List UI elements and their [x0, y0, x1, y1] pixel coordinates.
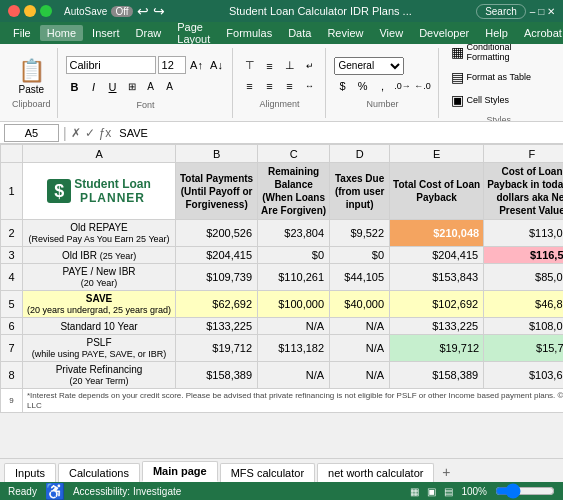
col-a-header[interactable]: A: [23, 145, 176, 163]
border-button[interactable]: ⊞: [123, 78, 141, 96]
row-save: 5 SAVE(20 years undergrad, 25 years grad…: [1, 291, 564, 318]
autosave-toggle[interactable]: Off: [111, 6, 132, 17]
title-bar: AutoSave Off ↩ ↪ Student Loan Calculator…: [0, 0, 563, 22]
align-left-button[interactable]: ≡: [241, 77, 259, 95]
italic-button[interactable]: I: [85, 78, 103, 96]
menu-developer[interactable]: Developer: [412, 25, 476, 41]
formula-icons: ✗ ✓ ƒx: [71, 126, 112, 140]
view-normal-icon[interactable]: ▦: [410, 486, 419, 497]
add-sheet-button[interactable]: +: [436, 462, 456, 482]
label-old-repaye: Old REPAYE(Revised Pay As You Earn 25 Ye…: [23, 220, 176, 247]
formula-confirm-icon[interactable]: ✓: [85, 126, 95, 140]
tab-mfs-calculator[interactable]: MFS calculator: [220, 463, 315, 482]
align-middle-button[interactable]: ≡: [261, 57, 279, 75]
tab-calculations[interactable]: Calculations: [58, 463, 140, 482]
autosave-label: AutoSave: [64, 6, 107, 17]
accessibility-status: Accessibility: Investigate: [73, 486, 181, 497]
name-box[interactable]: [4, 124, 59, 142]
maximize-btn[interactable]: [40, 5, 52, 17]
menu-home[interactable]: Home: [40, 25, 83, 41]
align-top-button[interactable]: ⊤: [241, 57, 259, 75]
bold-button[interactable]: B: [66, 78, 84, 96]
alignment-top-row: ⊤ ≡ ⊥ ↵: [241, 57, 319, 75]
zoom-slider[interactable]: [495, 483, 555, 499]
menu-draw[interactable]: Draw: [129, 25, 169, 41]
tab-inputs[interactable]: Inputs: [4, 463, 56, 482]
menu-file[interactable]: File: [6, 25, 38, 41]
menu-formulas[interactable]: Formulas: [219, 25, 279, 41]
font-size-decrease[interactable]: A↓: [208, 56, 226, 74]
format-as-table-button[interactable]: ▤ Format as Table: [447, 67, 551, 87]
cell-styles-button[interactable]: ▣ Cell Styles: [447, 90, 551, 110]
npv-old-ibr: $116,523: [484, 247, 563, 264]
tab-main-page[interactable]: Main page: [142, 461, 218, 482]
formula-bar: | ✗ ✓ ƒx SAVE: [0, 122, 563, 144]
remaining-balance-paye: $110,261: [258, 264, 330, 291]
fill-color-button[interactable]: A: [142, 78, 160, 96]
total-payments-pslf: $19,712: [176, 335, 258, 362]
dollar-format-button[interactable]: $: [334, 77, 352, 95]
close-btn[interactable]: [8, 5, 20, 17]
minimize-btn[interactable]: [24, 5, 36, 17]
cell-styles-label: Cell Styles: [467, 95, 510, 105]
total-cost-old-repaye: $210,048: [390, 220, 484, 247]
search-box[interactable]: Search: [476, 4, 526, 19]
font-label: Font: [66, 100, 226, 110]
col-f-header[interactable]: F: [484, 145, 563, 163]
undo-icon[interactable]: ↩: [137, 3, 149, 19]
menu-bar: File Home Insert Draw Page Layout Formul…: [0, 22, 563, 44]
tab-net-worth[interactable]: net worth calculator: [317, 463, 434, 482]
corner-header: [1, 145, 23, 163]
format-table-icon: ▤: [451, 69, 464, 85]
merge-button[interactable]: ↔: [301, 77, 319, 95]
font-size-input[interactable]: [158, 56, 186, 74]
view-page-break-icon[interactable]: ▤: [444, 486, 453, 497]
redo-icon[interactable]: ↪: [153, 3, 165, 19]
footnote-row: 9 *Interest Rate depends on your credit …: [1, 389, 564, 413]
menu-insert[interactable]: Insert: [85, 25, 127, 41]
underline-button[interactable]: U: [104, 78, 122, 96]
row-old-repaye: 2 Old REPAYE(Revised Pay As You Earn 25 …: [1, 220, 564, 247]
col-d-header[interactable]: D: [330, 145, 390, 163]
decimal-decrease-button[interactable]: ←.0: [414, 77, 432, 95]
cell-styles-icon: ▣: [451, 92, 464, 108]
align-right-button[interactable]: ≡: [281, 77, 299, 95]
decimal-increase-button[interactable]: .0→: [394, 77, 412, 95]
menu-page-layout[interactable]: Page Layout: [170, 19, 217, 47]
total-cost-private: $158,389: [390, 362, 484, 389]
col-e-header[interactable]: E: [390, 145, 484, 163]
formula-insert-icon[interactable]: ƒx: [99, 126, 112, 140]
header-col-b: Total Payments(Until Payoff orForgivenes…: [176, 163, 258, 220]
total-cost-save: $102,692: [390, 291, 484, 318]
menu-data[interactable]: Data: [281, 25, 318, 41]
font-color-button[interactable]: A: [161, 78, 179, 96]
col-c-header[interactable]: C: [258, 145, 330, 163]
row-9-header: 9: [1, 389, 23, 413]
formula-cancel-icon[interactable]: ✗: [71, 126, 81, 140]
align-center-button[interactable]: ≡: [261, 77, 279, 95]
menu-view[interactable]: View: [372, 25, 410, 41]
footnote-cell: *Interest Rate depends on your credit sc…: [23, 389, 564, 413]
menu-review[interactable]: Review: [320, 25, 370, 41]
status-icon[interactable]: ♿: [45, 482, 65, 501]
font-name-input[interactable]: [66, 56, 156, 74]
view-layout-icon[interactable]: ▣: [427, 486, 436, 497]
wrap-text-button[interactable]: ↵: [301, 57, 319, 75]
col-b-header[interactable]: B: [176, 145, 258, 163]
label-save: SAVE(20 years undergrad, 25 years grad): [23, 291, 176, 318]
percent-format-button[interactable]: %: [354, 77, 372, 95]
total-payments-standard: $133,225: [176, 318, 258, 335]
taxes-due-old-ibr: $0: [330, 247, 390, 264]
conditional-formatting-button[interactable]: ▦ Conditional Formatting: [447, 44, 551, 64]
paste-button[interactable]: 📋 Paste: [14, 56, 49, 97]
menu-help[interactable]: Help: [478, 25, 515, 41]
logo-cell: $ Student Loan PLANNER: [23, 163, 176, 220]
number-format-select[interactable]: General Number Currency: [334, 57, 404, 75]
column-header-row: A B C D E F G: [1, 145, 564, 163]
total-payments-paye: $109,739: [176, 264, 258, 291]
align-bottom-button[interactable]: ⊥: [281, 57, 299, 75]
remaining-balance-pslf: $113,182: [258, 335, 330, 362]
menu-acrobat[interactable]: Acrobat: [517, 25, 563, 41]
font-size-increase[interactable]: A↑: [188, 56, 206, 74]
comma-format-button[interactable]: ,: [374, 77, 392, 95]
